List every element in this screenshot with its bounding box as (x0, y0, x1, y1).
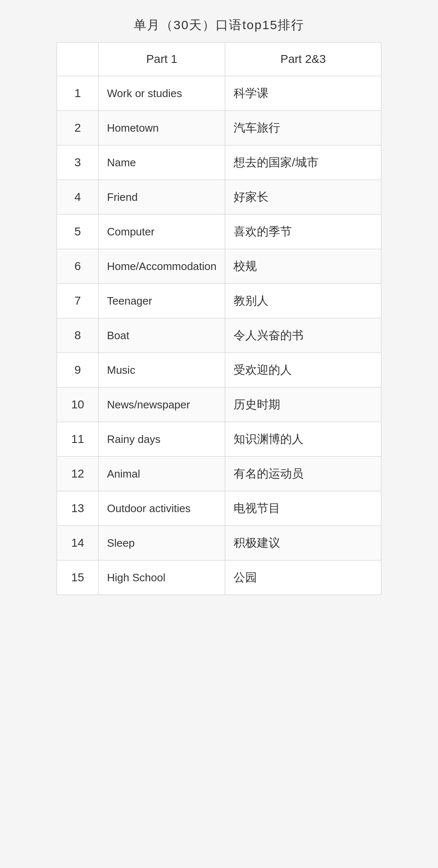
cell-part1: Hometown (99, 111, 225, 145)
cell-rank: 2 (57, 111, 99, 145)
cell-part1: Rainy days (99, 422, 225, 457)
cell-part1: Boat (99, 318, 225, 353)
table-row: 13Outdoor activities电视节目 (57, 491, 381, 526)
cell-rank: 9 (57, 353, 99, 388)
cell-part2: 受欢迎的人 (225, 353, 381, 388)
header-part1: Part 1 (99, 43, 225, 76)
cell-rank: 10 (57, 388, 99, 422)
cell-rank: 11 (57, 422, 99, 457)
cell-part2: 积极建议 (225, 526, 381, 560)
table-row: 11Rainy days知识渊博的人 (57, 422, 381, 457)
cell-part2: 校规 (225, 249, 381, 284)
cell-part1: Home/Accommodation (99, 249, 225, 284)
table-row: 4Friend好家长 (57, 180, 381, 215)
table-row: 6Home/Accommodation校规 (57, 249, 381, 284)
cell-part1: News/newspaper (99, 388, 225, 422)
cell-part1: High School (99, 560, 225, 595)
cell-part1: Sleep (99, 526, 225, 560)
cell-rank: 1 (57, 76, 99, 111)
cell-rank: 14 (57, 526, 99, 560)
page-title: 单月（30天）口语top15排行 (57, 17, 381, 34)
page-container: 单月（30天）口语top15排行 Part 1 Part 2&3 1Work o… (57, 17, 381, 595)
cell-part2: 电视节目 (225, 491, 381, 526)
cell-rank: 3 (57, 145, 99, 180)
cell-rank: 15 (57, 560, 99, 595)
cell-part2: 有名的运动员 (225, 457, 381, 491)
cell-part2: 令人兴奋的书 (225, 318, 381, 353)
table-header-row: Part 1 Part 2&3 (57, 43, 381, 76)
cell-part1: Teenager (99, 284, 225, 318)
cell-part1: Computer (99, 215, 225, 249)
cell-rank: 4 (57, 180, 99, 215)
table-row: 3Name想去的国家/城市 (57, 145, 381, 180)
cell-part1: Work or studies (99, 76, 225, 111)
table-row: 10News/newspaper历史时期 (57, 388, 381, 422)
cell-part2: 喜欢的季节 (225, 215, 381, 249)
cell-part2: 教别人 (225, 284, 381, 318)
cell-rank: 5 (57, 215, 99, 249)
cell-part2: 公园 (225, 560, 381, 595)
ranking-table: Part 1 Part 2&3 1Work or studies科学课2Home… (57, 42, 381, 595)
cell-rank: 8 (57, 318, 99, 353)
cell-part1: Animal (99, 457, 225, 491)
table-row: 15High School公园 (57, 560, 381, 595)
table-row: 5Computer喜欢的季节 (57, 215, 381, 249)
header-part2: Part 2&3 (225, 43, 381, 76)
cell-rank: 12 (57, 457, 99, 491)
table-row: 1Work or studies科学课 (57, 76, 381, 111)
cell-part2: 知识渊博的人 (225, 422, 381, 457)
cell-rank: 7 (57, 284, 99, 318)
cell-rank: 6 (57, 249, 99, 284)
cell-part1: Friend (99, 180, 225, 215)
cell-part2: 汽车旅行 (225, 111, 381, 145)
cell-part1: Name (99, 145, 225, 180)
cell-part1: Outdoor activities (99, 491, 225, 526)
header-rank (57, 43, 99, 76)
cell-part2: 想去的国家/城市 (225, 145, 381, 180)
cell-part1: Music (99, 353, 225, 388)
cell-rank: 13 (57, 491, 99, 526)
table-row: 12Animal有名的运动员 (57, 457, 381, 491)
table-row: 8Boat令人兴奋的书 (57, 318, 381, 353)
table-row: 2Hometown汽车旅行 (57, 111, 381, 145)
cell-part2: 科学课 (225, 76, 381, 111)
table-row: 7Teenager教别人 (57, 284, 381, 318)
cell-part2: 历史时期 (225, 388, 381, 422)
cell-part2: 好家长 (225, 180, 381, 215)
table-row: 9Music受欢迎的人 (57, 353, 381, 388)
table-row: 14Sleep积极建议 (57, 526, 381, 560)
